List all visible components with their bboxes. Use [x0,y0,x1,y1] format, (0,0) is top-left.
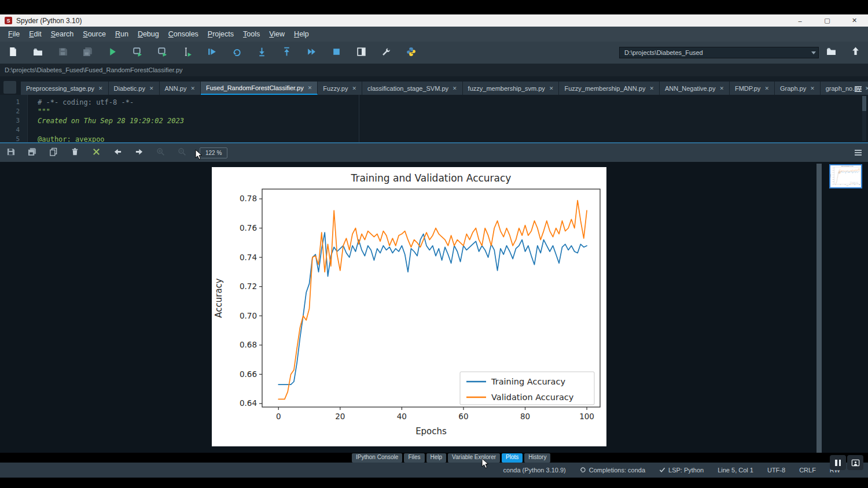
close-all-plots-button[interactable] [91,148,101,157]
editor-scrollbar[interactable] [862,96,866,141]
browse-tabs-button[interactable] [3,81,16,94]
editor-tab-label: Fuzzy.py [323,85,348,92]
editor-tab-label: FMDP.py [735,85,760,92]
pane-tab-history[interactable]: History [524,453,550,463]
save-plot-button[interactable] [6,148,15,157]
tab-close-icon[interactable]: ✕ [453,86,457,91]
working-directory-combo[interactable]: D:\projects\Diabetes_Fused [619,47,819,58]
line-number: 3 [0,117,20,124]
minimize-button[interactable]: – [786,14,814,27]
copy-plot-button[interactable] [49,148,58,157]
rerun-cell-button[interactable] [230,46,244,60]
plot-zoom-level: 122 % [200,147,227,158]
editor-tab[interactable]: fuzzy_membership_svm.py✕ [463,82,560,95]
continue-execution-button[interactable] [304,46,318,60]
tab-close-icon[interactable]: ✕ [810,86,815,91]
open-file-icon [33,47,43,59]
tab-close-icon[interactable]: ✕ [149,86,154,91]
editor-tab[interactable]: FMDP.py✕ [730,82,775,95]
run-button[interactable] [105,46,119,60]
svg-text:20: 20 [335,412,345,421]
save-plot-icon [6,147,15,158]
editor-tab[interactable]: Graph.py✕ [775,82,821,95]
menu-run[interactable]: Run [111,28,133,40]
editor-tab-label: ANN_Negative.py [665,85,715,92]
status-item: Completions: conda [580,467,645,474]
editor-options-menu-button[interactable] [854,84,862,95]
menu-file[interactable]: File [3,28,24,40]
remove-plot-button[interactable] [70,148,79,157]
stop-icon [332,47,341,59]
next-plot-icon [135,147,144,158]
plots-scrollbar[interactable] [816,164,822,453]
open-file-button[interactable] [31,46,45,60]
tab-close-icon[interactable]: ✕ [98,86,103,91]
menu-projects[interactable]: Projects [203,28,238,40]
save-button[interactable] [56,46,69,60]
pane-tab-variable-explorer[interactable]: Variable Explorer [448,453,500,463]
menu-edit[interactable]: Edit [24,28,46,40]
editor-tab[interactable]: classification_stage_SVM.py✕ [362,82,463,95]
pause-recording-button[interactable] [830,455,846,470]
stop-button[interactable] [329,46,343,60]
step-return-button[interactable] [279,46,293,60]
pane-tab-ipython-console[interactable]: IPython Console [352,453,402,463]
pane-tab-plots[interactable]: Plots [502,453,523,463]
preferences-button[interactable] [379,46,393,60]
code-line: 3Created on Thu Sep 28 19:29:02 2023 [0,117,868,126]
previous-plot-button[interactable] [113,148,122,157]
browse-directory-button[interactable] [824,45,838,59]
step-into-button[interactable] [255,46,269,60]
run-selection-button[interactable] [180,46,194,60]
code-line: 2""" [0,108,868,117]
close-all-plots-icon [92,147,101,158]
close-button[interactable]: ✕ [841,14,868,27]
tab-close-icon[interactable]: ✕ [190,86,195,91]
menu-view[interactable]: View [264,28,289,40]
editor-tab[interactable]: Fuzzy.py✕ [318,82,362,95]
presenter-view-button[interactable] [847,455,863,470]
editor-tab-label: Graph.py [780,85,806,92]
maximize-button[interactable]: ▢ [814,14,841,27]
tab-close-icon[interactable]: ✕ [764,86,769,91]
tab-close-icon[interactable]: ✕ [865,86,868,91]
python-button[interactable] [404,46,418,60]
step-into-icon [257,47,267,59]
menu-consoles[interactable]: Consoles [164,28,203,40]
plots-options-menu-button[interactable] [854,148,862,158]
menu-debug[interactable]: Debug [133,28,164,40]
new-file-button[interactable] [6,46,20,60]
tab-close-icon[interactable]: ✕ [719,86,724,91]
editor-tab[interactable]: Fuzzy_membership_ANN.py✕ [559,82,660,95]
menu-search[interactable]: Search [46,28,79,40]
parent-directory-button[interactable] [848,45,862,59]
pane-tab-help[interactable]: Help [426,453,447,463]
menu-source[interactable]: Source [78,28,111,40]
rerun-cell-icon [232,47,242,59]
editor-tab[interactable]: Preprocessing_stage.py✕ [21,82,109,95]
tab-close-icon[interactable]: ✕ [549,86,554,91]
next-plot-button[interactable] [134,148,144,157]
editor-tab-label: classification_stage_SVM.py [367,85,448,92]
save-all-plots-button[interactable] [27,148,36,157]
chevron-down-icon [811,51,816,54]
code-editor[interactable]: 1# -*- coding: utf-8 -*-2"""3Created on … [0,95,868,142]
editor-tab[interactable]: ANN.py✕ [160,82,201,95]
tab-close-icon[interactable]: ✕ [649,86,654,91]
status-item: CRLF [799,467,816,474]
run-cell-button[interactable] [130,46,144,60]
pane-tab-files[interactable]: Files [404,453,424,463]
tab-close-icon[interactable]: ✕ [308,85,312,91]
editor-tab[interactable]: ANN_Negative.py✕ [660,82,730,95]
maximize-pane-button[interactable] [354,46,368,60]
run-cell-advance-button[interactable] [155,46,169,60]
accuracy-chart: 0204060801000.640.660.680.700.720.740.76… [212,167,606,446]
tab-close-icon[interactable]: ✕ [352,86,356,91]
plot-thumbnail[interactable]: 0204060801000.640.660.680.700.720.740.76… [829,164,862,188]
editor-tab[interactable]: Diabetic.py✕ [109,82,160,95]
menu-help[interactable]: Help [289,28,314,40]
menu-tools[interactable]: Tools [238,28,264,40]
debug-file-button[interactable] [205,46,219,60]
editor-tab[interactable]: Fused_RandomForestClassifier.py✕ [201,82,318,95]
save-all-button[interactable] [80,46,94,60]
